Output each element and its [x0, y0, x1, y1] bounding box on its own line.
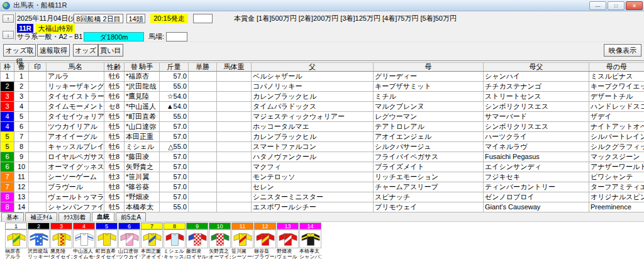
table-row[interactable]: 11アルラ牡6*福原杏57.0ベルシャザールグリーディーシャンハイミスルビナス: [1, 72, 644, 82]
table-row[interactable]: 57アオイイーグル牡5本田正重57.0カレンブラックヒルアオイエンジェルハーツク…: [1, 132, 644, 142]
cell-horse_weight: [217, 202, 252, 212]
cell-num: 12: [14, 182, 29, 192]
title-bar: 出馬表・船橋11R — □ ✕: [0, 0, 644, 11]
cell-sire: モンテロッソ: [252, 172, 374, 182]
column-header-sire: 父: [252, 63, 374, 72]
cell-weight: 57.0: [160, 132, 189, 142]
cell-name: アオイイーグル: [47, 132, 104, 142]
horse-number-cell: 1: [5, 223, 27, 229]
table-row[interactable]: 45タイセイウォリアー牡5*町田直希55.0マジェスティックウォリアーレグウーマ…: [1, 112, 644, 122]
table-row[interactable]: 58キャッスルブレイヴ牡6ミシェル△55.0スマートファルコンシルクパサージュマ…: [1, 142, 644, 152]
horse-number-cell: 4: [73, 223, 95, 229]
race-down-button[interactable]: ↓: [3, 31, 14, 39]
maximize-button[interactable]: □: [608, 1, 625, 10]
cell-weight: 57.0: [160, 162, 189, 172]
silk-cell: [118, 229, 140, 248]
entries-table: 枠番印馬名性齢替 騎手斤量単勝馬体重父母母父母の母 11アルラ牡6*福原杏57.…: [0, 62, 644, 212]
silk-jockey-row: 福原杏沢田龍哉鷹見陸中山遥人町田直希山口達弥本田正重ミシェル藤田凌矢野貴之笹川翼…: [5, 248, 644, 254]
cell-name: リッキーザキング: [47, 82, 104, 92]
silk-cell: [231, 229, 253, 248]
silk-jockey-name: 山口達弥: [118, 248, 140, 254]
silk-horse-name: アオイイーグル: [141, 254, 163, 259]
silk-cell: [186, 229, 208, 248]
table-row[interactable]: 814シャンパンファイト牡5本橋孝太55.0エスポワールシチープリモウェイGia…: [1, 202, 644, 212]
table-row[interactable]: 69ロイヤルペガサス牡8*藤田凌57.0ハタノヴァンクールフライバイペガサスFu…: [1, 152, 644, 162]
table-row[interactable]: 46ツウカイリアル牡5*山口達弥57.0ホッコータルマエテアトロレアルシンボリク…: [1, 122, 644, 132]
silk-horse-name: キャッスルブレイヴ: [164, 254, 186, 259]
kaime-button[interactable]: 買い目: [98, 44, 123, 57]
cell-horse_weight: [217, 112, 252, 122]
silk-cell: [254, 229, 276, 248]
horse-number-cell: 6: [118, 223, 140, 229]
cell-dam_dam: マックスジーン: [589, 152, 644, 162]
cell-mark: [29, 92, 47, 102]
silk-jockey-name: 野畑凌: [277, 248, 299, 254]
silk-jockey-name: ミシェル: [164, 248, 186, 254]
odds-button[interactable]: オッズ: [73, 44, 98, 57]
tab-0[interactable]: 基本: [1, 212, 24, 221]
cell-dam: スピナッチ: [374, 192, 484, 202]
cell-sex_age: 牡8: [104, 182, 125, 192]
cell-sex_age: 牡8: [104, 152, 125, 162]
table-row[interactable]: 22リッキーザキング牡5*沢田龍哉55.0コパノリッキーキープザサミットチチカス…: [1, 82, 644, 92]
cell-waku: 5: [1, 142, 14, 152]
cell-name: シーソーゲーム: [47, 172, 104, 182]
horse-number-cell: 8: [164, 223, 186, 229]
table-row[interactable]: 813ヴェールトゥマラン牡5*野畑凌57.0シニスターミニスタースピナッチゼンノ…: [1, 192, 644, 202]
cell-waku: 8: [1, 202, 14, 212]
cell-sire: タイムパラドックス: [252, 102, 374, 112]
cell-mark: [29, 192, 47, 202]
race-number-badge: 11R: [17, 24, 33, 33]
cell-win_odds: [189, 192, 217, 202]
tab-2[interactable]: ｸﾗｽ別着: [58, 212, 91, 221]
table-row[interactable]: 711シーソーゲーム牡3*笹川翼57.0モンテロッソリッチエモーションフジキセキ…: [1, 172, 644, 182]
cell-sire: セレン: [252, 182, 374, 192]
tab-pedigree[interactable]: 血統: [92, 212, 114, 221]
cell-dam_sire: ゼンノロブロイ: [484, 192, 589, 202]
silk-jockey-name: 笹川翼: [231, 248, 253, 254]
video-button[interactable]: 映像表示: [604, 44, 641, 57]
odds-fetch-button[interactable]: オッズ取得: [3, 44, 36, 57]
cell-weight: 57.0: [160, 152, 189, 162]
cell-win_odds: [189, 172, 217, 182]
cell-dam_dam: ハンドレッドスコア: [589, 102, 644, 112]
cell-dam: キープザサミット: [374, 82, 484, 92]
table-row[interactable]: 610オーマイグッネス牡5矢野貴之57.0マクフィブライズメイトエイシンサンディ…: [1, 162, 644, 172]
cell-weight: 57.0: [160, 172, 189, 182]
table-row[interactable]: 34タイムモーメントセ8*中山遥人▲54.0タイムパラドックスマルクブレンヌシン…: [1, 102, 644, 112]
baba-input[interactable]: [166, 32, 187, 41]
header-memo-input[interactable]: [193, 14, 213, 23]
cell-mark: [29, 132, 47, 142]
cell-dam: ブライズメイト: [374, 162, 484, 172]
cell-win_odds: [189, 102, 217, 112]
minimize-button[interactable]: —: [589, 1, 606, 10]
silk-horse-row: アルラリッキーザキングタイセイストラーダタイムモーメントタイセイウォリアーツウカ…: [5, 254, 644, 259]
cell-dam_dam: アナザーワールド: [589, 162, 644, 172]
cell-num: 1: [14, 72, 29, 82]
cell-mark: [29, 102, 47, 112]
tab-4[interactable]: 前5走A: [116, 212, 146, 221]
cell-dam_sire: Fusaichi Pegasus: [484, 152, 589, 162]
cell-weight: 57.0: [160, 192, 189, 202]
table-row[interactable]: 712ブラヴール牡8*篠谷葵57.0セレンチャームアスリープティンバーカントリー…: [1, 182, 644, 192]
silk-jockey-name: 本田正重: [141, 248, 163, 254]
cell-weight: 55.0: [160, 112, 189, 122]
cell-win_odds: [189, 202, 217, 212]
cell-sire: ハタノヴァンクール: [252, 152, 374, 162]
column-header-waku: 枠: [1, 63, 14, 72]
silk-horse-name: シャンパンファイト: [299, 254, 321, 259]
cell-jockey: 本田正重: [125, 132, 160, 142]
close-button[interactable]: ✕: [626, 1, 643, 10]
cell-win_odds: [189, 82, 217, 92]
cell-mark: [29, 152, 47, 162]
cell-sire: ベルシャザール: [252, 72, 374, 82]
silk-horse-name: リッキーザキング: [28, 254, 50, 259]
table-row[interactable]: 33タイセイストラーダ牡6*鷹見陸☆54.0カレンブラックヒルミチルストリートセ…: [1, 92, 644, 102]
cell-sire: カレンブラックヒル: [252, 92, 374, 102]
race-up-button[interactable]: ↑: [3, 14, 14, 23]
cell-waku: 3: [1, 92, 14, 102]
cell-jockey: ミシェル: [125, 142, 160, 152]
flash-fetch-button[interactable]: 速報取得: [37, 44, 70, 57]
cell-jockey: *鷹見陸: [125, 92, 160, 102]
tab-1[interactable]: 補正ﾀｲﾑ: [25, 212, 57, 221]
